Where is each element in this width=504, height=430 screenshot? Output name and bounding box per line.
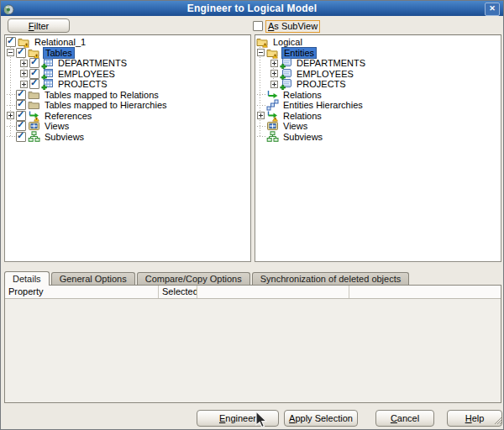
tree-item-projects-entity[interactable]: PROJECTS (255, 79, 501, 90)
expand-icon[interactable] (270, 60, 278, 67)
details-table-body (5, 299, 501, 403)
tree-item-tables-mapped-to-hierarchies[interactable]: Tables mapped to Hierarchies (5, 100, 250, 111)
tree-item-departments-entity[interactable]: DEPARTMENTS (255, 58, 501, 69)
tree-item-entities-hierarchies[interactable]: Entities Hierarchies (255, 100, 501, 111)
tree-item-subviews[interactable]: Subviews (255, 132, 501, 143)
tree-item-label: Tables mapped to Hierarchies (43, 100, 169, 110)
tree-item-label: DEPARTMENTS (56, 58, 129, 68)
tree-item-entities[interactable]: Entities (255, 48, 501, 59)
entity-new-icon (280, 78, 292, 90)
checked-checkbox-icon[interactable] (16, 48, 26, 58)
tree-connector (7, 136, 15, 137)
collapse-icon[interactable] (257, 49, 265, 56)
tree-item-label: References (43, 111, 93, 121)
tree-item-projects-table[interactable]: PROJECTS (5, 79, 250, 90)
titlebar[interactable]: Engineer to Logical Model ✕ (1, 1, 503, 16)
tree-connector (257, 136, 265, 137)
tree-item-label: Relations (281, 90, 323, 100)
expand-icon[interactable] (20, 81, 28, 88)
tree-item-label: Logical (271, 37, 304, 47)
tree-item-label: EMPLOYEES (56, 69, 117, 79)
logical-tree-panel[interactable]: Logical Entities DEPARTMENTS EMPLOYEES P… (255, 34, 501, 262)
tree-connector (257, 105, 265, 106)
tree-item-label: Tables mapped to Relations (43, 90, 160, 100)
tree-item-label: Relational_1 (33, 37, 87, 47)
tree-item-label: Subviews (43, 132, 86, 142)
subview-icon (266, 131, 279, 143)
tree-item-relational-1[interactable]: Relational_1 (5, 37, 250, 48)
tree-connector (7, 94, 15, 95)
tab-synchronization-of-deleted-objects[interactable]: Synchronization of deleted objects (252, 272, 410, 285)
subview-icon (28, 131, 40, 143)
tree-item-tables[interactable]: Tables (5, 48, 250, 59)
tree-item-label: DEPARTMENTS (295, 58, 367, 68)
resize-grip[interactable] (493, 412, 501, 427)
options-tab-bar: Details General Options Compare/Copy Opt… (4, 270, 411, 285)
expand-icon[interactable] (270, 81, 278, 88)
tree-item-employees-entity[interactable]: EMPLOYEES (255, 69, 501, 80)
tab-compare-copy-options[interactable]: Compare/Copy Options (137, 272, 250, 285)
column-header-blank-1[interactable] (197, 286, 349, 298)
tree-item-label: Views (43, 121, 71, 131)
details-tab-content: Property Selected (4, 285, 501, 403)
tree-item-label: EMPLOYEES (295, 69, 355, 79)
column-header-selected[interactable]: Selected (159, 286, 197, 298)
engineer-to-logical-model-dialog: Engineer to Logical Model ✕ Filter As Su… (0, 0, 504, 430)
close-icon[interactable]: ✕ (485, 3, 500, 16)
collapse-icon[interactable] (7, 49, 14, 56)
tree-item-relations[interactable]: Relations (255, 90, 501, 101)
checked-checkbox-icon[interactable] (29, 79, 39, 89)
tree-item-label: PROJECTS (56, 79, 109, 89)
tree-item-label: Relations (281, 111, 323, 121)
filter-button[interactable]: Filter (8, 18, 70, 33)
tree-item-label: PROJECTS (295, 79, 348, 89)
tree-connector (257, 126, 265, 127)
apply-selection-button[interactable]: Apply Selection (284, 410, 358, 427)
as-subview-checkbox[interactable]: As SubView (253, 19, 320, 33)
as-subview-label: As SubView (265, 20, 320, 33)
column-header-blank-2[interactable] (349, 286, 501, 298)
tree-item-views[interactable]: Views (5, 121, 250, 132)
window-title: Engineer to Logical Model (1, 3, 503, 14)
tree-item-references[interactable]: References (5, 111, 250, 122)
tree-item-relations-warning[interactable]: Relations (255, 111, 501, 122)
expand-icon[interactable] (270, 70, 278, 77)
relational-tree-panel[interactable]: Relational_1 Tables DEPARTMENTS EMPLOYEE… (4, 34, 251, 262)
column-header-property[interactable]: Property (5, 286, 159, 298)
table-new-icon (41, 78, 54, 90)
tree-item-views[interactable]: Views (255, 121, 501, 132)
folder-warning-icon (266, 47, 279, 59)
tree-item-departments-table[interactable]: DEPARTMENTS (5, 58, 250, 69)
tree-item-employees-table[interactable]: EMPLOYEES (5, 69, 250, 80)
data-modeler-app-icon (3, 3, 14, 14)
checked-checkbox-icon[interactable] (16, 132, 26, 142)
tree-item-label: Views (281, 121, 309, 131)
tree-item-tables-mapped-to-relations[interactable]: Tables mapped to Relations (5, 90, 250, 101)
tree-connector (7, 126, 15, 127)
cancel-button[interactable]: Cancel (375, 410, 434, 427)
expand-icon[interactable] (20, 70, 28, 77)
checked-checkbox-icon[interactable] (6, 37, 16, 47)
expand-icon[interactable] (257, 112, 265, 119)
tree-connector (7, 105, 15, 106)
tree-item-label: Subviews (281, 132, 324, 142)
details-table-header: Property Selected (5, 286, 501, 299)
tab-general-options[interactable]: General Options (51, 272, 135, 285)
tree-connector (257, 94, 265, 95)
expand-icon[interactable] (7, 112, 14, 119)
unchecked-checkbox-icon[interactable] (253, 21, 263, 31)
tree-item-subviews[interactable]: Subviews (5, 132, 250, 143)
expand-icon[interactable] (20, 60, 28, 67)
tree-item-label: Entities Hierarchies (281, 100, 365, 110)
tab-details[interactable]: Details (4, 271, 50, 286)
tree-item-logical[interactable]: Logical (255, 37, 501, 48)
mouse-cursor-icon (255, 412, 268, 430)
